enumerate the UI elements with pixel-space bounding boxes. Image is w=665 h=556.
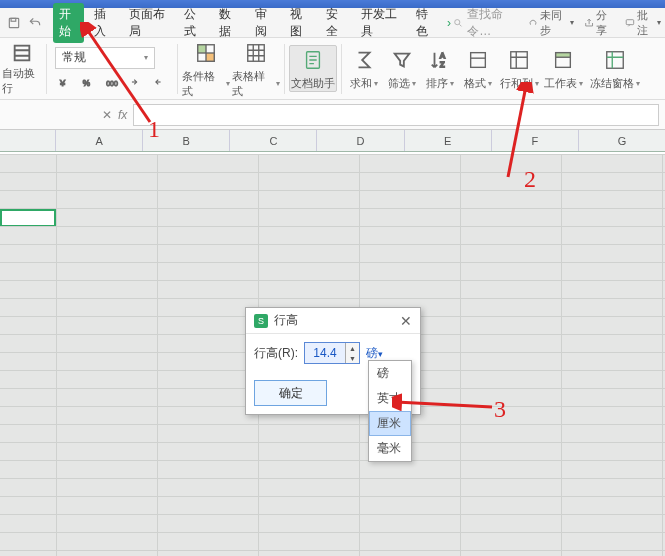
col-header[interactable]: G bbox=[579, 130, 665, 151]
svg-rect-10 bbox=[206, 53, 214, 61]
sync-status[interactable]: 未同步▾ bbox=[528, 8, 574, 38]
name-box[interactable] bbox=[6, 104, 96, 126]
command-search[interactable]: 查找命令… bbox=[453, 6, 518, 40]
svg-rect-18 bbox=[556, 53, 571, 58]
svg-text:Z: Z bbox=[440, 60, 445, 69]
tab-view[interactable]: 视图 bbox=[284, 3, 315, 43]
tab-start[interactable]: 开始 bbox=[53, 3, 84, 43]
unit-dropdown[interactable]: 磅▾ bbox=[366, 345, 383, 362]
worksheet-button[interactable]: 工作表 bbox=[542, 46, 584, 91]
ribbon-tabs: 开始 插入 页面布局 公式 数据 审阅 视图 安全 开发工具 特色 › bbox=[53, 3, 451, 43]
tab-data[interactable]: 数据 bbox=[213, 3, 244, 43]
share-button[interactable]: 分享 bbox=[584, 8, 615, 38]
percent-icon[interactable]: % bbox=[79, 73, 97, 91]
unit-option[interactable]: 厘米 bbox=[369, 411, 411, 436]
decimal-dec-icon[interactable] bbox=[151, 73, 169, 91]
currency-icon[interactable]: ¥ bbox=[55, 73, 73, 91]
spin-down-icon[interactable]: ▼ bbox=[345, 353, 359, 363]
svg-text:¥: ¥ bbox=[59, 77, 66, 87]
row-height-input[interactable] bbox=[305, 343, 345, 363]
select-all-corner[interactable] bbox=[0, 130, 56, 151]
wrap-text-group[interactable]: 自动换行 bbox=[2, 42, 42, 96]
decimal-inc-icon[interactable] bbox=[127, 73, 145, 91]
svg-rect-11 bbox=[248, 44, 265, 61]
number-format-select[interactable]: 常规▾ bbox=[55, 47, 155, 69]
freeze-panes-button[interactable]: 冻结窗格 bbox=[586, 46, 644, 91]
save-icon[interactable] bbox=[4, 12, 23, 34]
svg-rect-15 bbox=[471, 53, 486, 68]
svg-rect-19 bbox=[607, 52, 624, 69]
format-button[interactable]: 格式 bbox=[460, 46, 496, 91]
dialog-title: 行高 bbox=[274, 312, 298, 329]
unit-menu: 磅 英寸 厘米 毫米 bbox=[368, 360, 412, 462]
svg-rect-3 bbox=[626, 19, 633, 24]
row-col-button[interactable]: 行和列 bbox=[498, 46, 540, 91]
conditional-format-button[interactable]: 条件格式 bbox=[182, 39, 230, 99]
tab-review[interactable]: 审阅 bbox=[249, 3, 280, 43]
annotation-1: 1 bbox=[148, 116, 160, 143]
filter-button[interactable]: 筛选 bbox=[384, 46, 420, 91]
row-height-label: 行高(R): bbox=[254, 345, 298, 362]
svg-rect-9 bbox=[198, 44, 206, 52]
formula-bar: ✕ fx bbox=[0, 100, 665, 130]
col-header[interactable]: C bbox=[230, 130, 317, 151]
col-header[interactable]: F bbox=[492, 130, 579, 151]
sum-button[interactable]: 求和 bbox=[346, 46, 382, 91]
svg-text:A: A bbox=[440, 51, 445, 60]
annotation-3: 3 bbox=[494, 396, 506, 423]
svg-rect-1 bbox=[11, 18, 16, 21]
unit-option[interactable]: 英寸 bbox=[369, 386, 411, 411]
unit-option[interactable]: 磅 bbox=[369, 361, 411, 386]
annotation-2: 2 bbox=[524, 166, 536, 193]
svg-text:000: 000 bbox=[106, 79, 118, 86]
fx-icon[interactable]: fx bbox=[118, 108, 127, 122]
comment-button[interactable]: 批注▾ bbox=[625, 8, 661, 38]
svg-text:%: % bbox=[83, 78, 90, 87]
quick-access-bar: 开始 插入 页面布局 公式 数据 审阅 视图 安全 开发工具 特色 › 查找命令… bbox=[0, 8, 665, 38]
col-header[interactable]: D bbox=[317, 130, 404, 151]
unit-option[interactable]: 毫米 bbox=[369, 436, 411, 461]
column-headers: A B C D E F G bbox=[0, 130, 665, 152]
undo-icon[interactable] bbox=[25, 12, 44, 34]
table-style-button[interactable]: 表格样式 bbox=[232, 39, 280, 99]
svg-rect-16 bbox=[511, 52, 528, 69]
formula-input[interactable] bbox=[133, 104, 659, 126]
active-cell[interactable] bbox=[0, 209, 56, 227]
spin-up-icon[interactable]: ▲ bbox=[345, 343, 359, 353]
col-header[interactable]: E bbox=[405, 130, 492, 151]
tab-formula[interactable]: 公式 bbox=[178, 3, 209, 43]
tab-insert[interactable]: 插入 bbox=[88, 3, 119, 43]
sort-button[interactable]: AZ 排序 bbox=[422, 46, 458, 91]
svg-point-2 bbox=[455, 19, 460, 24]
tab-layout[interactable]: 页面布局 bbox=[123, 3, 174, 43]
col-header[interactable]: A bbox=[56, 130, 143, 151]
ok-button[interactable]: 确定 bbox=[254, 380, 327, 406]
ribbon: 自动换行 常规▾ ¥ % 000 条件格式 表格样式 文档助手 求和 bbox=[0, 38, 665, 100]
doc-helper-button[interactable]: 文档助手 bbox=[289, 45, 337, 92]
tab-special[interactable]: 特色 bbox=[410, 3, 441, 43]
svg-rect-4 bbox=[15, 45, 30, 60]
tab-dev[interactable]: 开发工具 bbox=[355, 3, 406, 43]
app-logo-icon: S bbox=[254, 314, 268, 328]
tab-security[interactable]: 安全 bbox=[320, 3, 351, 43]
row-height-spinner[interactable]: ▲ ▼ bbox=[304, 342, 360, 364]
comma-icon[interactable]: 000 bbox=[103, 73, 121, 91]
close-icon[interactable]: ✕ bbox=[400, 313, 412, 329]
tab-more-icon[interactable]: › bbox=[445, 16, 451, 30]
fx-cancel-icon[interactable]: ✕ bbox=[102, 108, 112, 122]
